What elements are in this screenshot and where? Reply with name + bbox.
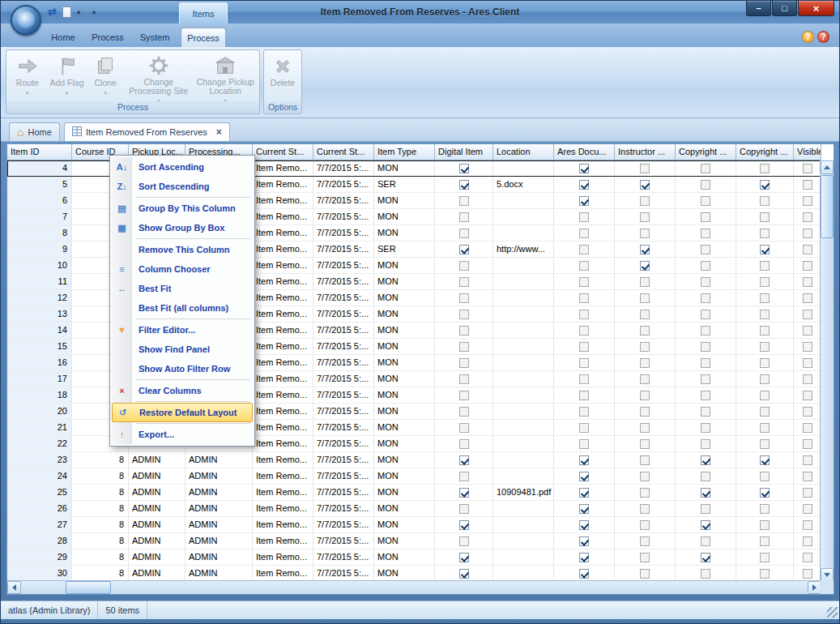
checkbox-unchecked[interactable] [760, 504, 770, 514]
cell-copyright_1[interactable] [676, 404, 736, 420]
checkbox-unchecked[interactable] [579, 439, 589, 449]
checkbox-checked[interactable] [701, 455, 710, 465]
checkbox-checked[interactable] [459, 520, 469, 530]
menu-item-remove-this-column[interactable]: Remove This Column [112, 240, 253, 259]
cell-current_status_date[interactable]: 7/7/2015 5:... [313, 452, 374, 468]
checkbox-unchecked[interactable] [459, 310, 469, 319]
cell-ares_document[interactable] [554, 209, 615, 225]
column-header-item_type[interactable]: Item Type [374, 144, 435, 160]
checkbox-checked[interactable] [579, 569, 589, 579]
cell-location[interactable] [493, 160, 554, 177]
column-header-copyright_2[interactable]: Copyright ... [736, 144, 794, 160]
cell-digital_item[interactable] [435, 452, 493, 468]
cell-item_type[interactable]: SER [374, 177, 435, 193]
cell-pickup_location[interactable]: ADMIN [129, 533, 185, 549]
tab-close-icon[interactable]: × [216, 126, 222, 138]
cell-instructor[interactable] [615, 485, 676, 501]
cell-item_id[interactable]: 7 [7, 209, 72, 225]
cell-copyright_2[interactable] [736, 452, 794, 468]
column-header-digital_item[interactable]: Digital Item [435, 144, 493, 160]
cell-copyright_2[interactable] [736, 566, 794, 582]
cell-pickup_location[interactable]: ADMIN [129, 452, 185, 468]
cell-item_id[interactable]: 15 [7, 339, 72, 355]
cell-visible[interactable] [794, 339, 821, 355]
grid-row-26[interactable]: 268ADMINADMINItem Remo...7/7/2015 5:...M… [7, 501, 821, 517]
cell-digital_item[interactable] [435, 549, 493, 566]
checkbox-unchecked[interactable] [803, 423, 812, 433]
cell-current_status[interactable]: Item Remo... [253, 420, 313, 436]
checkbox-checked[interactable] [459, 245, 469, 254]
cell-processing_site[interactable]: ADMIN [185, 501, 253, 517]
cell-pickup_location[interactable]: ADMIN [129, 501, 185, 517]
cell-digital_item[interactable] [435, 371, 493, 387]
checkbox-unchecked[interactable] [459, 391, 469, 400]
cell-current_status_date[interactable]: 7/7/2015 5:... [313, 193, 374, 209]
cell-location[interactable]: http://www... [493, 241, 554, 258]
checkbox-unchecked[interactable] [579, 374, 589, 384]
cell-digital_item[interactable] [435, 290, 493, 306]
cell-location[interactable] [493, 387, 554, 404]
checkbox-checked[interactable] [459, 553, 469, 562]
new-item-dropdown-icon[interactable]: ▾ [77, 9, 80, 16]
checkbox-unchecked[interactable] [803, 569, 812, 579]
cell-current_status_date[interactable]: 7/7/2015 5:... [313, 339, 374, 355]
cell-digital_item[interactable] [435, 209, 493, 225]
checkbox-unchecked[interactable] [803, 391, 812, 400]
cell-item_type[interactable]: MON [374, 517, 435, 533]
cell-current_status[interactable]: Item Remo... [253, 485, 313, 501]
cell-copyright_2[interactable] [736, 241, 794, 258]
cell-item_type[interactable]: MON [374, 452, 435, 468]
cell-digital_item[interactable] [435, 306, 493, 323]
cell-ares_document[interactable] [554, 323, 615, 339]
cell-copyright_1[interactable] [676, 274, 736, 290]
cell-instructor[interactable] [615, 501, 676, 517]
cell-location[interactable] [493, 566, 554, 582]
cell-current_status[interactable]: Item Remo... [253, 387, 313, 404]
checkbox-unchecked[interactable] [701, 164, 710, 173]
checkbox-unchecked[interactable] [640, 439, 650, 449]
cell-instructor[interactable] [615, 339, 676, 355]
cell-digital_item[interactable] [435, 323, 493, 339]
checkbox-checked[interactable] [579, 472, 589, 481]
checkbox-unchecked[interactable] [760, 569, 770, 579]
cell-copyright_1[interactable] [676, 258, 736, 274]
cell-current_status_date[interactable]: 7/7/2015 5:... [313, 355, 374, 371]
checkbox-unchecked[interactable] [803, 196, 812, 206]
cell-instructor[interactable] [615, 258, 676, 274]
change-processing-site-button[interactable]: Change Processing Site ▼ [124, 52, 193, 100]
doc-tab-item-removed[interactable]: Item Removed From Reserves × [64, 122, 230, 141]
checkbox-unchecked[interactable] [760, 472, 770, 481]
cell-current_status_date[interactable]: 7/7/2015 5:... [313, 241, 374, 258]
vertical-scrollbar[interactable] [820, 160, 834, 582]
checkbox-unchecked[interactable] [579, 326, 589, 336]
cell-visible[interactable] [794, 160, 821, 177]
checkbox-unchecked[interactable] [579, 423, 589, 433]
cell-current_status[interactable]: Item Remo... [253, 436, 313, 452]
checkbox-unchecked[interactable] [459, 277, 469, 287]
cell-item_id[interactable]: 20 [7, 404, 72, 420]
cell-item_id[interactable]: 4 [7, 160, 72, 177]
cell-copyright_2[interactable] [736, 193, 794, 209]
checkbox-unchecked[interactable] [640, 212, 650, 222]
cell-current_status_date[interactable]: 7/7/2015 5:... [313, 420, 374, 436]
cell-copyright_1[interactable] [676, 468, 736, 485]
about-icon[interactable]: ? [817, 31, 829, 43]
checkbox-unchecked[interactable] [579, 310, 589, 319]
checkbox-unchecked[interactable] [640, 504, 650, 514]
clone-button[interactable]: Clone ▼ [87, 52, 124, 100]
cell-ares_document[interactable] [554, 468, 615, 485]
cell-copyright_2[interactable] [736, 339, 794, 355]
cell-visible[interactable] [794, 517, 821, 533]
checkbox-unchecked[interactable] [640, 407, 650, 417]
checkbox-checked[interactable] [579, 164, 589, 173]
cell-copyright_2[interactable] [736, 371, 794, 387]
checkbox-unchecked[interactable] [459, 374, 469, 384]
cell-copyright_1[interactable] [676, 371, 736, 387]
cell-copyright_2[interactable] [736, 533, 794, 549]
cell-visible[interactable] [794, 225, 821, 241]
cell-processing_site[interactable]: ADMIN [185, 517, 253, 533]
cell-instructor[interactable] [615, 566, 676, 582]
cell-location[interactable] [493, 209, 554, 225]
cell-location[interactable] [493, 225, 554, 241]
cell-visible[interactable] [794, 290, 821, 306]
